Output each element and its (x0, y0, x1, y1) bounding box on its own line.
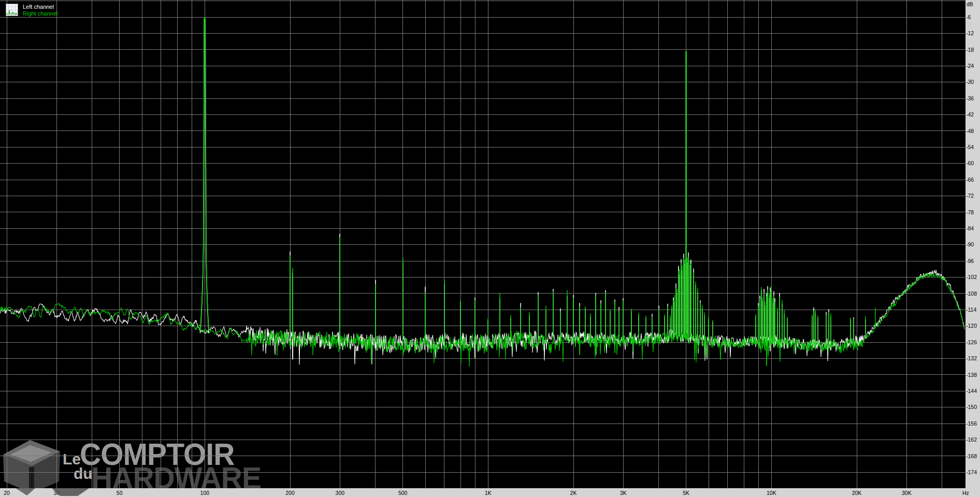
y-axis-tick-label: -84 (966, 225, 974, 231)
x-axis-tick-label: 500 (398, 490, 408, 496)
y-axis-tick-label: -48 (966, 128, 974, 134)
y-axis-tick-label: -18 (966, 47, 974, 53)
y-axis-tick-label: -138 (966, 372, 977, 378)
y-axis-tick-label: -162 (966, 436, 977, 443)
y-axis-tick-label: -120 (966, 323, 977, 329)
x-axis-tick-label: 5K (683, 490, 689, 496)
x-axis-tick-label: 200 (285, 490, 295, 496)
y-axis-tick-label: -90 (966, 241, 974, 247)
y-axis-tick-label: -72 (966, 193, 974, 199)
y-axis-unit-label: dB (967, 1, 973, 7)
y-axis-tick-label: -78 (966, 209, 974, 215)
y-axis-tick-label: -126 (966, 339, 977, 345)
y-axis-tick-label: -12 (966, 30, 974, 36)
watermark-du: du (74, 465, 93, 482)
legend: Left channel Right channel (6, 4, 57, 17)
x-axis-unit-label: Hz (962, 490, 969, 496)
x-axis-tick-label: 30K (902, 490, 912, 496)
x-axis-tick-label: 50 (117, 490, 123, 496)
x-axis-tick-label: 100 (200, 490, 210, 496)
x-axis-tick-label: 20 (4, 490, 10, 496)
y-axis-tick-label: -60 (966, 160, 974, 166)
y-axis-tick-label: -96 (966, 258, 974, 264)
y-axis-tick-label: -6 (966, 14, 971, 20)
y-axis-tick-label: -174 (966, 469, 977, 475)
y-axis-tick-label: -54 (966, 144, 974, 150)
legend-left-channel: Left channel (23, 4, 57, 10)
y-axis-tick-label: -66 (966, 177, 974, 183)
watermark-logo: LeCOMPTOIRduHARDWARE (3, 437, 261, 495)
x-axis-tick-label: 3K (620, 490, 627, 496)
y-axis-tick-label: -144 (966, 388, 977, 394)
y-axis-tick-label: -108 (966, 290, 977, 297)
y-axis-tick-label: -42 (966, 111, 974, 118)
x-axis-tick-label: 10K (767, 490, 776, 496)
y-axis-tick-label: -102 (966, 274, 977, 280)
legend-right-channel: Right channel (23, 10, 57, 17)
x-axis-tick-label: 20K (852, 490, 862, 496)
x-axis-tick-label: 300 (336, 490, 345, 496)
spectrum-plot: LeCOMPTOIRduHARDWAREdB-6-12-18-24-30-36-… (0, 0, 980, 497)
y-axis-tick-label: -24 (966, 63, 974, 69)
spectrum-analyzer-view: LeCOMPTOIRduHARDWAREdB-6-12-18-24-30-36-… (0, 0, 980, 497)
y-axis-tick-label: -156 (966, 420, 977, 427)
y-axis-tick-label: -114 (966, 306, 976, 313)
spectrum-thumbnail-icon (6, 4, 18, 16)
x-axis-tick-label: 2K (570, 490, 577, 496)
y-axis-tick-label: -168 (966, 453, 977, 459)
y-axis-tick-label: -36 (966, 95, 974, 101)
y-axis-tick-label: -150 (966, 404, 977, 410)
plot-background (0, 0, 980, 497)
x-axis-tick-label: 1K (485, 490, 492, 496)
y-axis-tick-label: -132 (966, 355, 977, 361)
y-axis-tick-label: -30 (966, 79, 974, 85)
